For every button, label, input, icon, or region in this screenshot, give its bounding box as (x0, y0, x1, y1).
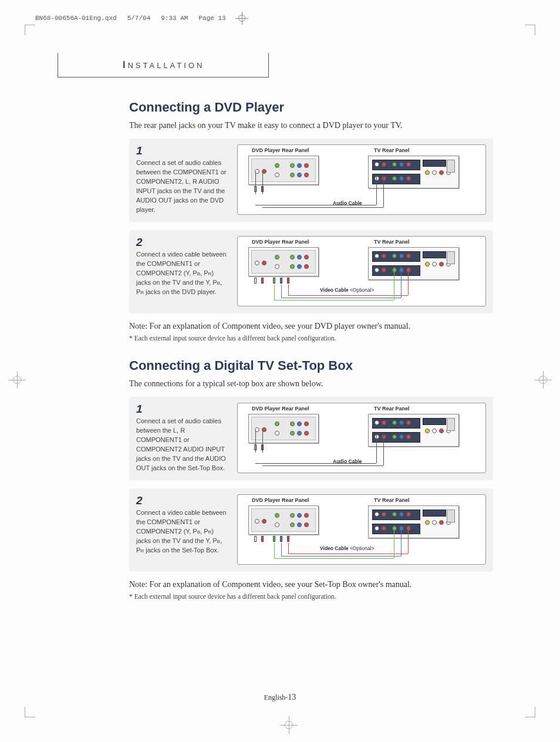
diagram-tv-label: TV Rear Panel (374, 239, 410, 245)
step-text: 1 Connect a set of audio cables between … (136, 144, 230, 215)
step-box-1: 1 Connect a set of audio cables between … (129, 139, 493, 222)
diagram-tv-label: TV Rear Panel (374, 406, 410, 412)
diagram-tv-label: TV Rear Panel (374, 147, 410, 153)
dvd-rear-panel-icon (248, 414, 319, 443)
section-title: Connecting a Digital TV Set-Top Box (129, 358, 493, 373)
section-header: INSTALLATION (58, 53, 269, 77)
diagram-dvd-label: DVD Player Rear Panel (252, 497, 309, 503)
step-text: 1 Connect a set of audio cables between … (136, 403, 230, 473)
cable-label-audio: Audio Cable (333, 200, 362, 206)
dvd-rear-panel-icon (248, 156, 319, 185)
step-number: 1 (136, 403, 230, 416)
section-footnote: * Each external input source device has … (129, 593, 493, 600)
dvd-rear-panel-icon (248, 247, 319, 276)
tv-rear-panel-icon (368, 247, 459, 280)
doc-filename: BN68-00656A-01Eng.qxd (35, 15, 117, 22)
dvd-rear-panel-icon (248, 505, 319, 535)
page-number: 13 (288, 693, 296, 701)
connection-diagram-audio: DVD Player Rear Panel TV Rear Panel (237, 144, 486, 215)
step-box-1: 1 Connect a set of audio cables between … (129, 397, 493, 480)
section-header-text: INSTALLATION (123, 60, 204, 70)
doc-time: 9:33 AM (161, 15, 188, 22)
connection-diagram-audio: DVD Player Rear Panel TV Rear Panel (237, 403, 486, 473)
registration-mark-icon (237, 13, 247, 23)
crop-mark-icon (25, 700, 42, 717)
step-body: Connect a set of audio cables between th… (136, 158, 230, 215)
registration-mark-icon (534, 371, 552, 389)
section-note: Note: For an explanation of Component vi… (129, 322, 493, 331)
registration-mark-icon (8, 371, 26, 389)
tv-rear-panel-icon (368, 156, 459, 188)
section-title: Connecting a DVD Player (129, 100, 493, 115)
diagram-dvd-label: DVD Player Rear Panel (252, 239, 309, 245)
diagram-dvd-label: DVD Player Rear Panel (252, 147, 309, 153)
section-intro: The connections for a typical set-top bo… (129, 379, 493, 389)
step-number: 2 (136, 236, 230, 249)
step-text: 2 Connect a video cable between the COMP… (136, 494, 230, 565)
registration-mark-icon (280, 716, 298, 734)
crop-mark-icon (518, 25, 535, 42)
page-footer: English-13 (0, 693, 560, 702)
step-number: 1 (136, 144, 230, 157)
step-body: Connect a video cable between the COMPON… (136, 508, 230, 555)
crop-mark-icon (518, 700, 535, 717)
page-language: English- (264, 693, 288, 701)
tv-rear-panel-icon (368, 414, 459, 447)
connection-diagram-video: DVD Player Rear Panel TV Rear Panel (237, 236, 486, 306)
step-body: Connect a video cable between the COMPON… (136, 250, 230, 297)
step-body: Connect a set of audio cables between th… (136, 417, 230, 473)
diagram-tv-label: TV Rear Panel (374, 497, 410, 503)
section-note: Note: For an explanation of Component vi… (129, 580, 493, 589)
step-number: 2 (136, 494, 230, 507)
doc-page-label: Page 13 (198, 15, 225, 22)
doc-date: 5/7/04 (127, 15, 151, 22)
cable-label-video: Video Cable <Optional> (320, 287, 374, 293)
crop-mark-icon (25, 25, 42, 42)
connection-diagram-video: DVD Player Rear Panel TV Rear Panel (237, 494, 486, 565)
page-content: Connecting a DVD Player The rear panel j… (129, 100, 493, 616)
cable-label-video: Video Cable <Optional> (320, 545, 374, 551)
document-print-header: BN68-00656A-01Eng.qxd 5/7/04 9:33 AM Pag… (35, 13, 247, 23)
step-text: 2 Connect a video cable between the COMP… (136, 236, 230, 306)
step-box-2: 2 Connect a video cable between the COMP… (129, 488, 493, 572)
section-footnote: * Each external input source device has … (129, 335, 493, 342)
cable-label-audio: Audio Cable (333, 458, 362, 464)
tv-rear-panel-icon (368, 505, 459, 538)
section-intro: The rear panel jacks on your TV make it … (129, 121, 493, 130)
step-box-2: 2 Connect a video cable between the COMP… (129, 230, 493, 313)
diagram-dvd-label: DVD Player Rear Panel (252, 406, 309, 412)
